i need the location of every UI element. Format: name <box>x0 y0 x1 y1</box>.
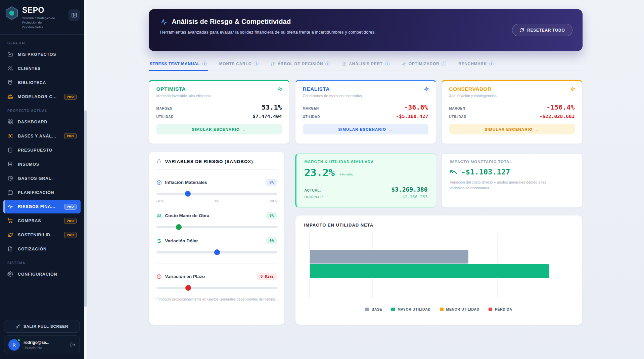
slider-thumb[interactable] <box>185 285 191 291</box>
sidebar-item-configuracion[interactable]: CONFIGURACIÓN <box>3 268 81 281</box>
utility-value: -$5.160.427 <box>396 114 428 119</box>
sandbox-title: VARIABLES DE RIESGO (SANDBOX) <box>165 159 253 164</box>
slider-value-badge: 0% <box>266 237 277 244</box>
monetary-impact-card: IMPACTO MONETARIO TOTAL -$1.103.127 Vari… <box>442 153 583 208</box>
brand-block: SEPO Sistema Estratégico de Protección d… <box>22 6 60 29</box>
bar-simulado <box>310 264 549 278</box>
simulate-scenario-button[interactable]: SIMULAR ESCENARIO → <box>449 124 575 134</box>
mano-de-obra-slider[interactable] <box>156 226 277 228</box>
sidebar-item-modelador[interactable]: MODELADOR C... PRO <box>3 90 81 104</box>
plazo-slider[interactable] <box>156 287 277 289</box>
sidebar-collapse-button[interactable] <box>68 9 80 21</box>
pro-badge: PRO <box>64 204 77 210</box>
bar-base <box>310 250 469 264</box>
sidebar-item-gastos[interactable]: GASTOS GRAL. <box>3 172 81 185</box>
simulated-title: MARGEN & UTILIDAD SIMULADA <box>305 160 428 164</box>
utility-label: UTILIDAD <box>449 115 466 119</box>
sidebar-item-label: SOSTENIBILID... <box>18 233 55 237</box>
info-icon[interactable]: i <box>385 62 390 66</box>
sidebar-bottom: SALIR FULL SCREEN R rodrigo@se... Usuari… <box>0 317 84 359</box>
sidebar-item-cotizacion[interactable]: COTIZACIÓN <box>3 242 81 256</box>
sidebar-item-riesgos-financieros[interactable]: RIESGOS FINA... PRO <box>3 200 81 213</box>
sidebar-item-mis-proyectos[interactable]: MIS PROYECTOS <box>3 48 81 61</box>
sidebar-item-clientes[interactable]: CLIENTES <box>3 62 81 75</box>
tab-benchmark[interactable]: BENCHMARK i <box>457 58 495 71</box>
info-icon[interactable]: i <box>442 62 446 66</box>
reset-all-button[interactable]: RESETEAR TODO <box>512 24 572 36</box>
margin-label: MARGEN <box>303 107 319 110</box>
sidebar-item-bases[interactable]: BASES Y ANÁL... PRO <box>3 129 81 143</box>
pro-badge: PRO <box>64 94 77 100</box>
legend-label: MAYOR UTILIDAD <box>398 307 430 311</box>
user-info: rodrigo@se... Usuario Pro <box>24 340 49 350</box>
slider-thumb[interactable] <box>214 249 220 255</box>
exit-fullscreen-button[interactable]: SALIR FULL SCREEN <box>4 320 80 333</box>
margin-value: 53.1% <box>262 103 282 111</box>
user-card[interactable]: R rodrigo@se... Usuario Pro <box>4 335 80 354</box>
page-title: Análisis de Riesgo & Competitividad <box>172 18 291 26</box>
margin-value: -156.4% <box>546 103 574 111</box>
slider-thumb[interactable] <box>185 191 191 197</box>
sidebar-item-sostenibilidad[interactable]: SOSTENIBILID... PRO <box>3 228 81 242</box>
dolar-slider[interactable] <box>156 251 277 253</box>
pro-badge: PRO <box>64 133 77 139</box>
margin-value: -36.6% <box>404 103 428 111</box>
utility-value: -$22.028.683 <box>540 114 575 119</box>
sidebar-item-label: CLIENTES <box>18 66 41 71</box>
simulate-scenario-button[interactable]: SIMULAR ESCENARIO → <box>303 124 428 134</box>
sidebar-item-compras[interactable]: COMPRAS PRO <box>3 214 81 228</box>
legend-swatch <box>365 308 369 311</box>
sidebar-item-presupuesto[interactable]: PRESUPUESTO <box>3 144 81 157</box>
database-icon <box>7 161 13 167</box>
simulate-label: SIMULAR ESCENARIO <box>338 127 386 131</box>
sidebar-item-label: RIESGOS FINA... <box>18 204 55 209</box>
impact-description: Variación del costo directo + gastos gen… <box>450 180 561 191</box>
package-icon <box>156 180 162 185</box>
simulate-scenario-button[interactable]: SIMULAR ESCENARIO → <box>156 124 282 134</box>
inflacion-slider[interactable] <box>156 193 277 195</box>
sidebar-item-label: PRESUPUESTO <box>18 148 52 153</box>
sidebar-item-planificacion[interactable]: PLANIFICACIÓN <box>3 186 81 199</box>
legend-item-base: BASE <box>365 307 382 311</box>
sidebar-item-label: GASTOS GRAL. <box>18 176 53 181</box>
margin-label: MARGEN <box>156 107 173 110</box>
sidebar-item-biblioteca[interactable]: BIBLIOTECA <box>3 76 81 89</box>
scenario-cards: OPTIMISTA Mercado favorable, alta eficie… <box>149 80 583 144</box>
page-subtitle: Herramientas avanzadas para evaluar la s… <box>160 30 571 35</box>
net-utility-chart-card: IMPACTO EN UTILIDAD NETA BASE <box>295 215 583 325</box>
info-icon[interactable]: i <box>325 62 330 66</box>
slider-thumb[interactable] <box>176 224 182 230</box>
scenario-description: Mercado favorable, alta eficiencia. <box>156 94 282 98</box>
folder-icon <box>7 51 13 57</box>
nav-section-general: GENERAL <box>0 37 84 47</box>
legend-swatch <box>440 308 444 311</box>
tab-label: ANÁLISIS PERT <box>349 62 382 66</box>
logout-icon[interactable] <box>70 342 76 348</box>
sidebar: SEPO Sistema Estratégico de Protección d… <box>0 0 84 359</box>
bolt-icon <box>424 86 429 92</box>
sidebar-item-dashboard[interactable]: DASHBOARD <box>3 115 81 129</box>
sandbox-footnote: * Impacta proporcionalmente en Gastos Ge… <box>156 297 277 301</box>
tab-optimizador[interactable]: OPTIMIZADOR i <box>401 58 448 71</box>
online-status-dot <box>17 338 20 342</box>
info-icon[interactable]: i <box>489 62 494 66</box>
sidebar-nav: GENERAL MIS PROYECTOS CLIENTES BIBLIOTEC… <box>0 35 84 317</box>
tab-label: ÁRBOL DE DECISIÓN <box>277 62 323 66</box>
tab-label: OPTIMIZADOR <box>409 62 440 66</box>
tab-analisis-pert[interactable]: ANÁLISIS PERT i <box>341 58 390 71</box>
info-icon[interactable]: i <box>254 62 259 66</box>
slider-value-badge: 0% <box>266 179 277 186</box>
shopping-cart-icon <box>7 218 13 224</box>
sidebar-scrollbar-thumb[interactable] <box>84 110 87 307</box>
arrow-right-icon: → <box>388 127 393 131</box>
info-icon[interactable]: i <box>202 62 207 66</box>
sidebar-item-label: DASHBOARD <box>18 120 47 124</box>
sidebar-item-insumos[interactable]: INSUMOS <box>3 158 81 171</box>
tab-stress-test-manual[interactable]: STRESS TEST MANUAL i <box>149 58 208 71</box>
database-icon <box>7 80 13 85</box>
tab-arbol-de-decision[interactable]: ÁRBOL DE DECISIÓN i <box>270 58 331 71</box>
analysis-tabs: STRESS TEST MANUAL i MONTE CARLO i ÁRBOL… <box>149 58 583 71</box>
calendar-icon <box>7 190 13 195</box>
scenario-description: Condiciones de mercado esperadas. <box>303 94 428 98</box>
tab-monte-carlo[interactable]: MONTE CARLO i <box>218 58 260 71</box>
